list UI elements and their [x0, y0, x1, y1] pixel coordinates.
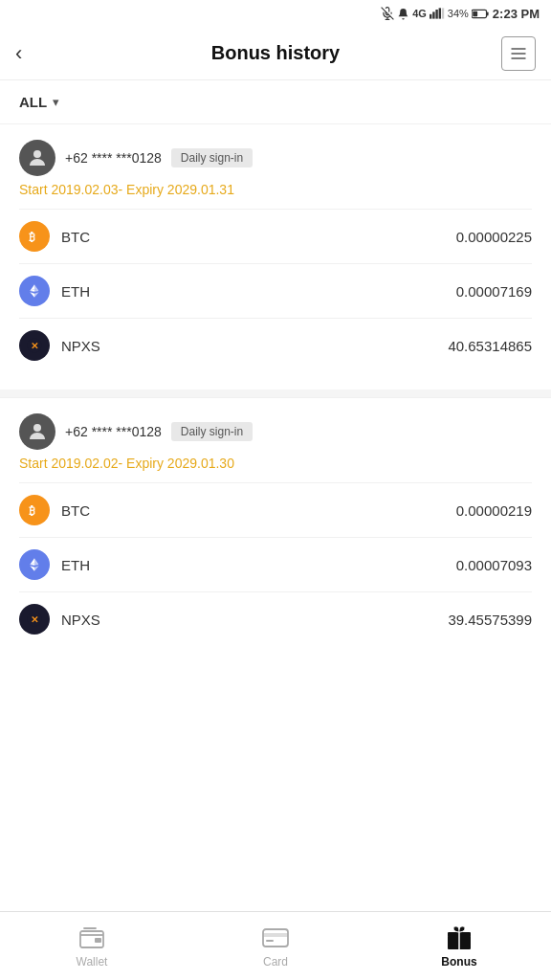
- coin-name-btc-1: BTC: [61, 229, 445, 245]
- app-header: ‹ Bonus history: [0, 27, 551, 80]
- svg-rect-3: [430, 14, 431, 19]
- svg-rect-38: [266, 940, 274, 942]
- card-icon: [262, 924, 289, 951]
- svg-rect-4: [432, 11, 434, 18]
- coin-amount-eth-2: 0.00007093: [456, 557, 532, 573]
- nav-label-card: Card: [263, 955, 288, 969]
- status-bar: 4G 34% 2:23 PM: [0, 0, 551, 27]
- svg-text:₿: ₿: [29, 504, 35, 518]
- btc-icon-2: ₿: [19, 495, 50, 525]
- coin-name-btc-2: BTC: [61, 502, 445, 519]
- section-separator: [0, 390, 551, 397]
- coin-row-eth-2: ETH 0.00007093: [19, 537, 532, 591]
- status-time: 2:23 PM: [493, 7, 540, 21]
- svg-rect-35: [95, 938, 101, 943]
- wallet-icon: [78, 924, 105, 951]
- battery-text: 34%: [448, 8, 469, 19]
- entry-phone-1: +62 **** ***0128: [65, 150, 162, 166]
- avatar-1: [19, 140, 55, 176]
- nav-item-bonus[interactable]: Bonus: [367, 912, 551, 980]
- npxs-icon-1: ✕: [19, 330, 50, 361]
- page-title: Bonus history: [50, 42, 501, 64]
- coin-name-eth-1: ETH: [61, 283, 445, 300]
- svg-rect-7: [442, 8, 444, 18]
- bottom-nav: Wallet Card Bonus: [0, 911, 551, 980]
- entry-header-1: +62 **** ***0128 Daily sign-in: [19, 140, 532, 176]
- coin-row-npxs-2: ✕ NPXS 39.45575399: [19, 591, 532, 646]
- nav-item-card[interactable]: Card: [184, 912, 367, 980]
- filter-label: ALL: [19, 94, 47, 110]
- svg-marker-31: [30, 566, 34, 570]
- npxs-icon-2: ✕: [19, 604, 50, 635]
- coin-name-npxs-2: NPXS: [61, 612, 436, 628]
- coin-row-btc-2: ₿ BTC 0.00000219: [19, 482, 532, 537]
- coin-name-npxs-1: NPXS: [61, 338, 436, 354]
- entry-badge-2: Daily sign-in: [171, 422, 253, 441]
- entry-date-1: Start 2019.02.03- Expiry 2029.01.31: [19, 182, 532, 197]
- nav-label-wallet: Wallet: [77, 955, 108, 969]
- menu-button[interactable]: [501, 36, 536, 71]
- coin-row-npxs-1: ✕ NPXS 40.65314865: [19, 318, 532, 372]
- bonus-entry-2: +62 **** ***0128 Daily sign-in Start 201…: [0, 397, 551, 654]
- entry-phone-2: +62 **** ***0128: [65, 424, 162, 439]
- svg-text:✕: ✕: [31, 341, 38, 351]
- coin-name-eth-2: ETH: [61, 557, 445, 573]
- svg-rect-9: [487, 11, 489, 15]
- svg-rect-10: [473, 11, 477, 16]
- coin-row-eth-1: ETH 0.00007169: [19, 263, 532, 318]
- bonus-icon: [446, 924, 473, 951]
- entry-header-2: +62 **** ***0128 Daily sign-in: [19, 413, 532, 450]
- svg-rect-36: [263, 929, 288, 947]
- coin-amount-btc-2: 0.00000219: [456, 502, 532, 519]
- svg-rect-6: [438, 8, 440, 18]
- bonus-entry-1: +62 **** ***0128 Daily sign-in Start 201…: [0, 123, 551, 380]
- coin-row-btc-1: ₿ BTC 0.00000225: [19, 209, 532, 263]
- svg-point-14: [33, 150, 41, 158]
- coin-amount-btc-1: 0.00000225: [456, 229, 532, 245]
- entry-badge-1: Daily sign-in: [171, 148, 253, 167]
- eth-icon-1: [19, 276, 50, 306]
- coin-amount-eth-1: 0.00007169: [456, 283, 532, 300]
- svg-marker-30: [34, 566, 39, 570]
- nav-label-bonus: Bonus: [441, 955, 476, 969]
- svg-text:✕: ✕: [31, 614, 38, 625]
- content-area: ALL ▾ +62 **** ***0128 Daily sign-in Sta…: [0, 80, 551, 730]
- coin-amount-npxs-1: 40.65314865: [448, 338, 532, 354]
- svg-rect-37: [263, 933, 288, 937]
- svg-text:₿: ₿: [29, 231, 35, 244]
- coin-amount-npxs-2: 39.45575399: [448, 612, 532, 628]
- eth-icon-2: [19, 549, 50, 580]
- svg-point-24: [33, 424, 41, 432]
- avatar-2: [19, 413, 55, 450]
- svg-rect-5: [435, 10, 437, 19]
- back-button[interactable]: ‹: [15, 41, 50, 66]
- btc-icon-1: ₿: [19, 221, 50, 252]
- svg-marker-21: [30, 292, 34, 297]
- entry-date-2: Start 2019.02.02- Expiry 2029.01.30: [19, 456, 532, 471]
- chevron-down-icon: ▾: [53, 95, 59, 109]
- filter-bar[interactable]: ALL ▾: [0, 80, 551, 123]
- svg-marker-20: [34, 292, 39, 297]
- nav-item-wallet[interactable]: Wallet: [0, 912, 184, 980]
- status-icons: 4G 34%: [381, 7, 489, 20]
